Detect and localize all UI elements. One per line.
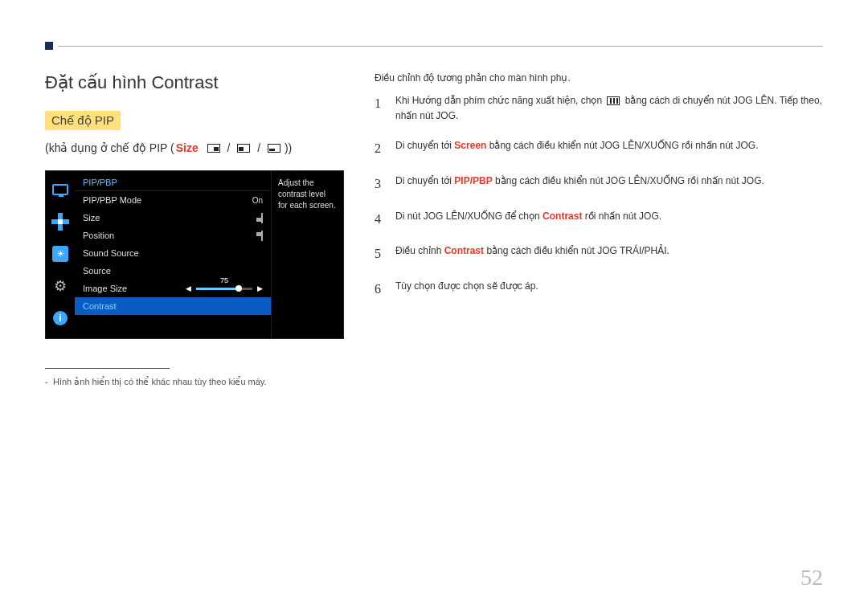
info-icon: i	[51, 309, 69, 327]
osd-title: PIP/PBP	[75, 171, 271, 191]
right-column: Điều chỉnh độ tương phản cho màn hình ph…	[375, 72, 823, 387]
size-icon	[261, 213, 263, 223]
row-label: Position	[83, 231, 261, 240]
row-label: Size	[83, 213, 261, 223]
osd-row-position: Position	[75, 227, 271, 244]
availability-subline: (khả dụng ở chế độ PIP ( Size / / ))	[45, 141, 350, 154]
monitor-icon	[51, 181, 69, 198]
step-2: 2 Di chuyển tới Screen bằng cách điều kh…	[375, 138, 823, 159]
step-4: 4 Di nút JOG LÊN/XUỐNG để chọn Contrast …	[375, 209, 823, 230]
step-text-part: bằng cách điều khiển nút JOG LÊN/XUỐNG r…	[486, 140, 758, 151]
slider-right-arrow-icon: ▶	[257, 284, 263, 292]
intro-text: Điều chỉnh độ tương phản cho màn hình ph…	[375, 72, 823, 84]
row-label: Source	[83, 266, 263, 276]
slider-left-arrow-icon: ◀	[186, 284, 191, 292]
osd-row-contrast: Contrast	[75, 297, 271, 315]
osd-screenshot: ⚙ i PIP/PBP PIP/PBP Mode On Size Positio…	[45, 170, 344, 339]
step-text-part: bằng cách điều khiển nút JOG TRÁI/PHẢI.	[484, 245, 669, 256]
highlight: Contrast	[444, 245, 484, 256]
page-number: 52	[800, 565, 823, 591]
osd-main: PIP/PBP PIP/PBP Mode On Size Position	[75, 171, 271, 338]
slash: /	[254, 141, 264, 154]
step-text-part: Điều chỉnh	[395, 245, 444, 256]
osd-rows: PIP/PBP Mode On Size Position Sound Sour…	[75, 191, 271, 315]
row-label: Sound Source	[83, 248, 263, 258]
step-number: 5	[375, 243, 386, 264]
step-text-part: bằng cách điều khiển nút JOG LÊN/XUỐNG r…	[493, 175, 764, 186]
highlight: Contrast	[542, 210, 582, 222]
osd-row-sound: Sound Source	[75, 244, 271, 262]
row-label: PIP/PBP Mode	[83, 195, 252, 205]
page-title: Đặt cấu hình Contrast	[45, 72, 350, 93]
row-value	[261, 214, 263, 223]
pip-size-med-icon	[237, 144, 250, 153]
osd-help-text: Adjust the contrast level for each scree…	[271, 171, 343, 338]
step-text: Di nút JOG LÊN/XUỐNG để chọn Contrast rồ…	[395, 209, 823, 230]
osd-row-size: Size	[75, 209, 271, 227]
osd-sidebar: ⚙ i	[46, 171, 75, 338]
step-text-part: Khi Hướng dẫn phím chức năng xuất hiện, …	[395, 95, 604, 106]
corner-decoration	[45, 42, 53, 50]
highlight: PIP/PBP	[454, 175, 492, 186]
mode-badge: Chế độ PIP	[45, 111, 121, 130]
pip-size-small-icon	[207, 144, 220, 153]
imagesize-slider: ◀ 75 ▶	[186, 284, 263, 292]
position-icon	[261, 231, 263, 241]
picture-icon	[51, 245, 69, 263]
osd-row-mode: PIP/PBP Mode On	[75, 191, 271, 209]
highlight: Screen	[454, 140, 486, 151]
slider-value: 75	[220, 276, 228, 284]
step-text: Điều chỉnh Contrast bằng cách điều khiển…	[395, 243, 823, 264]
step-number: 3	[375, 174, 386, 194]
step-number: 2	[375, 138, 386, 159]
step-5: 5 Điều chỉnh Contrast bằng cách điều khi…	[375, 243, 823, 264]
osd-row-imagesize: Image Size ◀ 75 ▶	[75, 280, 271, 297]
step-number: 6	[375, 279, 386, 300]
osd-row-source: Source	[75, 262, 271, 280]
subline-prefix: (khả dụng ở chế độ PIP (	[45, 141, 174, 154]
step-text: Khi Hướng dẫn phím chức năng xuất hiện, …	[395, 93, 823, 124]
steps-list: 1 Khi Hướng dẫn phím chức năng xuất hiện…	[375, 93, 823, 299]
pip-size-large-icon	[268, 144, 280, 153]
left-column: Đặt cấu hình Contrast Chế độ PIP (khả dụ…	[45, 72, 350, 387]
slash: /	[224, 141, 234, 154]
size-label: Size	[176, 141, 199, 154]
page-content: Đặt cấu hình Contrast Chế độ PIP (khả dụ…	[0, 0, 868, 411]
row-value	[261, 231, 263, 240]
row-value: On	[252, 196, 263, 205]
row-label: Contrast	[83, 301, 263, 311]
step-number: 4	[375, 209, 386, 230]
top-divider	[58, 46, 823, 47]
step-6: 6 Tùy chọn được chọn sẽ được áp.	[375, 279, 823, 300]
step-text: Tùy chọn được chọn sẽ được áp.	[395, 279, 823, 300]
step-3: 3 Di chuyển tới PIP/PBP bằng cách điều k…	[375, 174, 823, 194]
step-number: 1	[375, 93, 386, 124]
step-text: Di chuyển tới Screen bằng cách điều khiể…	[395, 138, 823, 159]
step-1: 1 Khi Hướng dẫn phím chức năng xuất hiện…	[375, 93, 823, 124]
step-text-part: Di chuyển tới	[395, 140, 454, 151]
footnote: Hình ảnh hiển thị có thể khác nhau tùy t…	[45, 377, 350, 387]
row-label: Image Size	[83, 284, 186, 293]
menu-icon	[607, 96, 620, 105]
step-text: Di chuyển tới PIP/PBP bằng cách điều khi…	[395, 174, 823, 194]
footnote-divider	[45, 368, 170, 369]
dpad-icon	[51, 213, 69, 231]
step-text-part: Di nút JOG LÊN/XUỐNG để chọn	[395, 210, 542, 222]
subline-suffix: ))	[285, 141, 292, 154]
step-text-part: rồi nhấn nút JOG.	[582, 210, 661, 222]
step-text-part: Di chuyển tới	[395, 175, 454, 186]
gear-icon: ⚙	[51, 277, 69, 295]
